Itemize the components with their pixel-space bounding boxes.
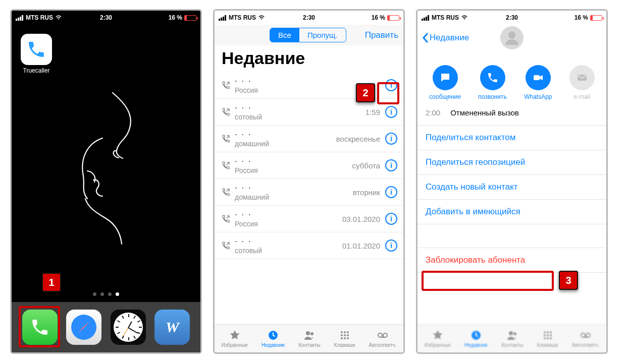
recents-row-sub: сотовый (235, 247, 338, 255)
svg-point-23 (378, 333, 382, 337)
svg-point-19 (347, 334, 349, 336)
recents-row-time: воскресенье (336, 135, 380, 143)
action-whatsapp[interactable]: WhatsApp (524, 65, 552, 100)
svg-point-13 (310, 332, 314, 335)
svg-rect-9 (223, 17, 224, 21)
annotation-badge-1: 1 (42, 273, 61, 292)
recents-row[interactable]: · · ·сотовый01.01.2020i (215, 232, 403, 259)
info-button[interactable]: i (385, 106, 397, 118)
info-button[interactable]: i (385, 186, 397, 198)
tab-contacts[interactable]: Контакты (501, 329, 523, 348)
recents-row-sub: Россия (235, 220, 338, 228)
phone-icon (480, 65, 505, 90)
recents-row-title: · · · (235, 156, 348, 166)
svg-point-42 (547, 337, 549, 339)
recents-filter-segment[interactable]: Все Пропущ. (270, 28, 346, 42)
tab-recents[interactable]: Недавние (464, 329, 488, 348)
svg-point-14 (341, 331, 343, 333)
back-button[interactable]: Недавние (422, 33, 469, 43)
svg-rect-26 (424, 18, 425, 21)
tab-favorites[interactable]: Избранные (425, 329, 451, 348)
action-call[interactable]: позвонить (478, 65, 507, 100)
action-message[interactable]: сообщение (429, 65, 461, 100)
info-button[interactable]: i (385, 213, 397, 225)
app-truecaller[interactable]: Truecaller (19, 34, 54, 74)
app-label: Truecaller (23, 67, 50, 74)
recents-row-time: суббота (352, 161, 380, 170)
truecaller-icon (21, 34, 52, 65)
svg-point-22 (347, 337, 349, 339)
recents-row[interactable]: · · ·домашнийвоскресеньеi (215, 126, 403, 152)
option-new-contact[interactable]: Создать новый контакт (417, 174, 606, 199)
log-desc: Отмененный вызов (450, 108, 518, 117)
dock-vk-app[interactable]: W (154, 310, 190, 345)
edit-button[interactable]: Править (365, 30, 398, 40)
call-outgoing-icon (222, 188, 231, 197)
status-time: 2:30 (303, 14, 315, 21)
dock-safari-app[interactable] (66, 310, 101, 345)
svg-point-15 (344, 331, 346, 333)
recents-row[interactable]: · · ·Россиясубботаi (215, 152, 403, 179)
home-wallpaper: Truecaller W (12, 25, 200, 352)
svg-point-36 (547, 331, 549, 333)
tab-favorites[interactable]: Избранные (222, 329, 248, 348)
battery-icon (184, 15, 196, 21)
svg-rect-8 (221, 18, 222, 21)
recents-row[interactable]: · · ·домашнийвторникi (215, 179, 403, 206)
call-outgoing-icon (222, 241, 231, 250)
svg-rect-2 (20, 17, 21, 21)
recents-row-time: 01.01.2020 (342, 241, 380, 250)
svg-point-41 (544, 337, 546, 339)
svg-rect-1 (18, 18, 19, 21)
wallpaper-line-art (52, 90, 158, 247)
recents-row-time: вторник (353, 188, 380, 197)
svg-point-29 (508, 31, 515, 38)
info-button[interactable]: i (385, 239, 397, 252)
option-add-existing[interactable]: Добавить в имеющийся (417, 199, 606, 224)
screen-contact-card: MTS RUS 2:30 16 % Недавние сообщение (416, 9, 608, 354)
tab-contacts[interactable]: Контакты (298, 329, 320, 348)
annotation-highlight-3 (422, 271, 554, 291)
chevron-left-icon (422, 33, 429, 43)
recents-row-sub: Россия (235, 86, 376, 94)
tab-recents[interactable]: Недавние (262, 329, 285, 348)
contact-navbar: Недавние (417, 25, 606, 51)
carrier-label: MTS RUS (432, 14, 459, 21)
tab-keypad[interactable]: Клавиши (334, 329, 355, 348)
recents-navbar: Все Пропущ. Править (215, 25, 403, 45)
status-bar: MTS RUS 2:30 16 % (417, 11, 606, 25)
option-share-location[interactable]: Поделиться геопозицией (417, 150, 606, 174)
battery-pct: 16 % (574, 14, 588, 21)
svg-point-35 (544, 331, 546, 333)
svg-point-43 (550, 337, 552, 339)
svg-point-34 (513, 332, 516, 335)
option-block-caller[interactable]: Заблокировать абонента (417, 248, 606, 273)
annotation-badge-2: 2 (356, 83, 375, 102)
recents-row[interactable]: · · ·Россия03.01.2020i (215, 206, 403, 232)
page-indicator (93, 292, 119, 296)
info-button[interactable]: i (385, 133, 397, 145)
dock-clock-app[interactable] (111, 310, 146, 345)
tab-voicemail[interactable]: Автоответч. (572, 329, 600, 348)
call-log-entry: 2:00 Отмененный вызов (417, 106, 606, 125)
svg-point-44 (581, 333, 585, 337)
recents-row-title: · · · (235, 103, 361, 113)
call-outgoing-icon (222, 161, 231, 170)
svg-point-37 (550, 331, 552, 333)
tab-keypad[interactable]: Клавиши (537, 329, 558, 348)
tab-voicemail[interactable]: Автоответч. (369, 329, 397, 348)
call-outgoing-icon (222, 134, 231, 143)
annotation-badge-3: 3 (559, 271, 578, 290)
option-share-contact[interactable]: Поделиться контактом (417, 125, 606, 150)
recents-row[interactable]: · · ·сотовый1:59i (215, 99, 403, 126)
annotation-highlight-1 (19, 306, 60, 347)
battery-pct: 16 % (372, 14, 385, 21)
svg-rect-28 (428, 15, 429, 21)
segment-missed[interactable]: Пропущ. (299, 28, 346, 42)
status-bar: MTS RUS 2:30 16 % (12, 11, 200, 25)
segment-all[interactable]: Все (270, 28, 299, 42)
wifi-icon (55, 14, 62, 21)
svg-point-20 (341, 337, 343, 339)
action-email: e-mail (569, 65, 595, 100)
info-button[interactable]: i (385, 159, 397, 171)
